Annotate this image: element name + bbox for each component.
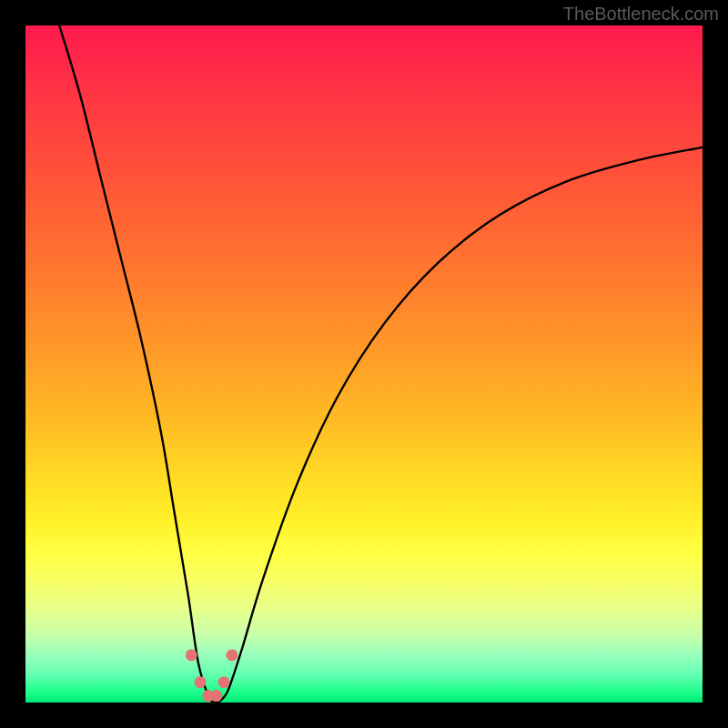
valley-markers: [186, 649, 238, 702]
valley-dot: [195, 676, 207, 688]
curve-svg: [25, 25, 703, 703]
valley-dot: [210, 690, 222, 702]
valley-dot: [218, 676, 230, 688]
valley-dot: [186, 649, 197, 661]
bottleneck-curve: [59, 25, 703, 703]
valley-dot: [226, 649, 238, 661]
plot-area: [25, 25, 703, 703]
watermark-text: TheBottleneck.com: [563, 4, 719, 25]
